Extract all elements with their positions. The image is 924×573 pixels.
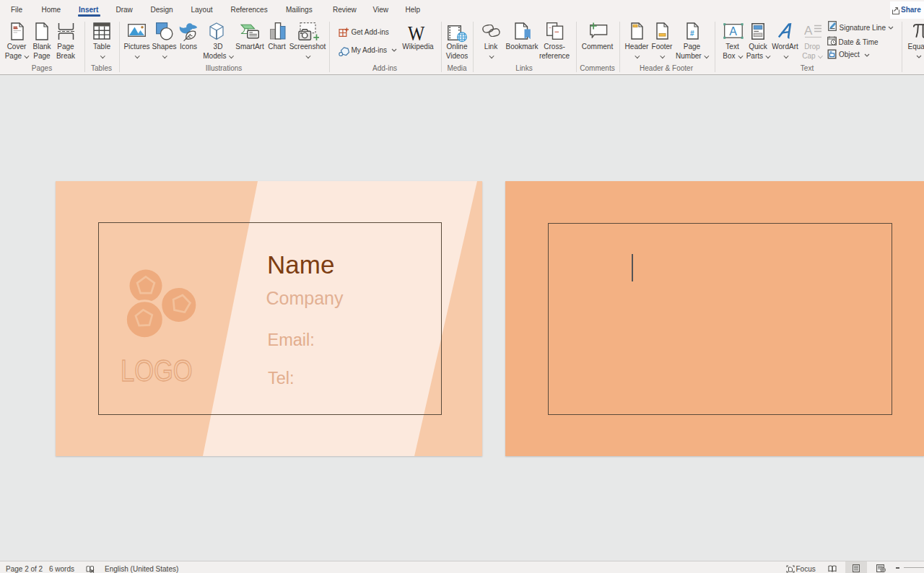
svg-text:A: A (804, 23, 813, 37)
svg-text:A: A (729, 25, 737, 38)
svg-text:#: # (690, 30, 694, 38)
